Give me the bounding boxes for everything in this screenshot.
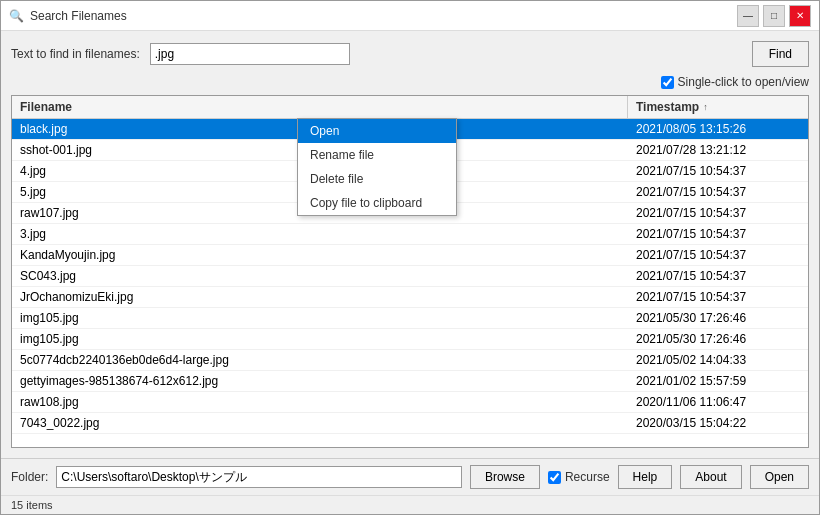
cell-timestamp: 2021/07/15 10:54:37 bbox=[628, 287, 808, 307]
recurse-checkbox[interactable] bbox=[548, 471, 561, 484]
cell-filename: 7043_0022.jpg bbox=[12, 413, 628, 433]
main-window: 🔍 Search Filenames — □ ✕ Text to find in… bbox=[0, 0, 820, 515]
window-title: Search Filenames bbox=[30, 9, 127, 23]
table-row[interactable]: 3.jpg 2021/07/15 10:54:37 bbox=[12, 224, 808, 245]
help-button[interactable]: Help bbox=[618, 465, 673, 489]
col-timestamp: Timestamp ↑ bbox=[628, 96, 808, 118]
cell-filename: SC043.jpg bbox=[12, 266, 628, 286]
sort-arrow-icon: ↑ bbox=[703, 102, 708, 112]
folder-input[interactable] bbox=[56, 466, 462, 488]
context-menu-item[interactable]: Rename file bbox=[298, 143, 456, 167]
cell-filename: JrOchanomizuEki.jpg bbox=[12, 287, 628, 307]
cell-timestamp: 2021/07/15 10:54:37 bbox=[628, 224, 808, 244]
cell-timestamp: 2021/07/15 10:54:37 bbox=[628, 266, 808, 286]
table-row[interactable]: img105.jpg 2021/05/30 17:26:46 bbox=[12, 308, 808, 329]
col-filename: Filename bbox=[12, 96, 628, 118]
table-header: Filename Timestamp ↑ bbox=[12, 96, 808, 119]
title-bar: 🔍 Search Filenames — □ ✕ bbox=[1, 1, 819, 31]
cell-filename: KandaMyoujin.jpg bbox=[12, 245, 628, 265]
cell-filename: raw108.jpg bbox=[12, 392, 628, 412]
window-icon: 🔍 bbox=[9, 9, 24, 23]
top-row: Text to find in filenames: Find bbox=[11, 41, 809, 67]
cell-timestamp: 2021/05/30 17:26:46 bbox=[628, 329, 808, 349]
cell-timestamp: 2020/03/15 15:04:22 bbox=[628, 413, 808, 433]
single-click-row: Single-click to open/view bbox=[11, 75, 809, 89]
cell-timestamp: 2021/07/15 10:54:37 bbox=[628, 245, 808, 265]
title-controls: — □ ✕ bbox=[737, 5, 811, 27]
cell-filename: img105.jpg bbox=[12, 329, 628, 349]
status-bar: 15 items bbox=[1, 495, 819, 514]
table-row[interactable]: SC043.jpg 2021/07/15 10:54:37 bbox=[12, 266, 808, 287]
context-menu: OpenRename fileDelete fileCopy file to c… bbox=[297, 118, 457, 216]
table-row[interactable]: gettyimages-985138674-612x612.jpg 2021/0… bbox=[12, 371, 808, 392]
title-bar-left: 🔍 Search Filenames bbox=[9, 9, 127, 23]
minimize-button[interactable]: — bbox=[737, 5, 759, 27]
main-content: Text to find in filenames: Find Single-c… bbox=[1, 31, 819, 458]
table-row[interactable]: img105.jpg 2021/05/30 17:26:46 bbox=[12, 329, 808, 350]
context-menu-item[interactable]: Delete file bbox=[298, 167, 456, 191]
single-click-label: Single-click to open/view bbox=[661, 75, 809, 89]
table-row[interactable]: KandaMyoujin.jpg 2021/07/15 10:54:37 bbox=[12, 245, 808, 266]
about-button[interactable]: About bbox=[680, 465, 741, 489]
file-table: Filename Timestamp ↑ black.jpg 2021/08/0… bbox=[11, 95, 809, 448]
cell-timestamp: 2020/11/06 11:06:47 bbox=[628, 392, 808, 412]
cell-filename: gettyimages-985138674-612x612.jpg bbox=[12, 371, 628, 391]
open-button[interactable]: Open bbox=[750, 465, 809, 489]
cell-timestamp: 2021/07/28 13:21:12 bbox=[628, 140, 808, 160]
search-row: Text to find in filenames: bbox=[11, 43, 350, 65]
context-menu-item[interactable]: Open bbox=[298, 119, 456, 143]
cell-timestamp: 2021/05/02 14:04:33 bbox=[628, 350, 808, 370]
cell-timestamp: 2021/05/30 17:26:46 bbox=[628, 308, 808, 328]
table-row[interactable]: raw108.jpg 2020/11/06 11:06:47 bbox=[12, 392, 808, 413]
recurse-label: Recurse bbox=[548, 470, 610, 484]
cell-filename: 3.jpg bbox=[12, 224, 628, 244]
cell-timestamp: 2021/08/05 13:15:26 bbox=[628, 119, 808, 139]
cell-timestamp: 2021/07/15 10:54:37 bbox=[628, 203, 808, 223]
single-click-checkbox[interactable] bbox=[661, 76, 674, 89]
cell-timestamp: 2021/07/15 10:54:37 bbox=[628, 182, 808, 202]
cell-timestamp: 2021/07/15 10:54:37 bbox=[628, 161, 808, 181]
find-button[interactable]: Find bbox=[752, 41, 809, 67]
table-row[interactable]: 5c0774dcb2240136eb0de6d4-large.jpg 2021/… bbox=[12, 350, 808, 371]
context-menu-item[interactable]: Copy file to clipboard bbox=[298, 191, 456, 215]
folder-label: Folder: bbox=[11, 470, 48, 484]
status-text: 15 items bbox=[11, 499, 53, 511]
maximize-button[interactable]: □ bbox=[763, 5, 785, 27]
table-row[interactable]: 7043_0022.jpg 2020/03/15 15:04:22 bbox=[12, 413, 808, 434]
table-row[interactable]: JrOchanomizuEki.jpg 2021/07/15 10:54:37 bbox=[12, 287, 808, 308]
search-label: Text to find in filenames: bbox=[11, 47, 140, 61]
cell-timestamp: 2021/01/02 15:57:59 bbox=[628, 371, 808, 391]
cell-filename: 5c0774dcb2240136eb0de6d4-large.jpg bbox=[12, 350, 628, 370]
cell-filename: img105.jpg bbox=[12, 308, 628, 328]
bottom-bar: Folder: Browse Recurse Help About Open bbox=[1, 458, 819, 495]
close-button[interactable]: ✕ bbox=[789, 5, 811, 27]
browse-button[interactable]: Browse bbox=[470, 465, 540, 489]
search-input[interactable] bbox=[150, 43, 350, 65]
